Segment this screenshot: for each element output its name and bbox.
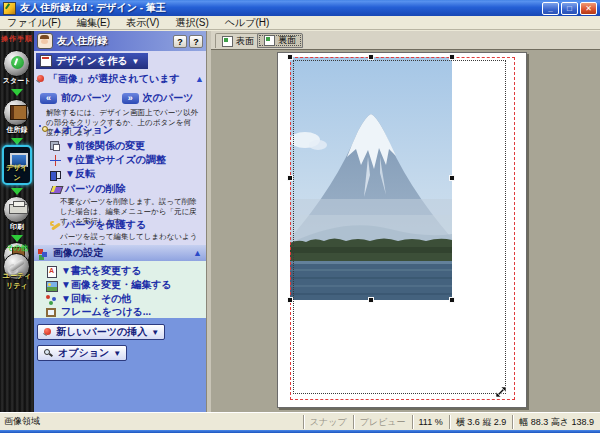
status-bar: 画像領域 スナップ プレビュー 111 % 横 3.6 縦 2.9 幅 88.3… [0, 412, 600, 430]
image-settings-header[interactable]: 画像の設定 ▲ [34, 245, 206, 261]
window-title: 友人住所録.fzd : デザイン - 筆王 [20, 1, 542, 15]
pin-icon [36, 75, 45, 84]
menu-edit[interactable]: 編集(E) [77, 16, 110, 30]
panel-title-bar: 友人住所録 ? ? [34, 31, 206, 51]
pin-icon [43, 328, 52, 337]
link-protect-part[interactable]: パーツを保護する [50, 218, 146, 232]
restore-button[interactable]: □ [561, 2, 578, 15]
image-settings-icon [38, 248, 49, 259]
eraser-icon [50, 184, 61, 195]
status-region: 画像領域 [0, 415, 303, 428]
collapse-triangle-icon[interactable]: ▲ [195, 74, 204, 84]
address-book-icon [10, 105, 27, 120]
stack-order-icon [50, 141, 61, 152]
title-bar: 友人住所録.fzd : デザイン - 筆王 _ □ ✕ [0, 0, 600, 16]
handle-mid-right[interactable] [449, 175, 455, 181]
magnifier-icon [43, 348, 54, 359]
status-snap: スナップ [303, 415, 353, 429]
addressbook-face-icon [37, 33, 53, 49]
options-button[interactable]: オプション ▼ [37, 345, 127, 361]
flip-icon [50, 169, 61, 180]
frame-icon [46, 307, 57, 318]
help-button[interactable]: ? [173, 35, 187, 48]
page-tab-bar: 表面 裏面 [211, 31, 600, 50]
menu-help[interactable]: ヘルプ(H) [225, 16, 270, 30]
picture-icon [46, 280, 57, 291]
back-page-icon [264, 35, 275, 46]
other-label: その他 [0, 243, 34, 253]
front-page-icon [222, 36, 233, 47]
tab-front[interactable]: 表面 [215, 33, 261, 48]
link-position-size[interactable]: ▼位置やサイズの調整 [50, 153, 166, 167]
handle-top-center[interactable] [368, 54, 374, 60]
format-icon [46, 266, 57, 277]
link-change-format[interactable]: ▼書式を変更する [46, 264, 142, 278]
link-add-frame[interactable]: フレームをつける... [46, 305, 151, 319]
rotate-icon [46, 294, 57, 305]
link-rotate-other[interactable]: ▼回転・その他 [46, 292, 131, 306]
addressbook-circle [3, 99, 30, 126]
link-delete-part[interactable]: パーツの削除 [50, 182, 126, 196]
dropdown-triangle-icon: ▼ [131, 57, 139, 66]
insert-part-button[interactable]: 新しいパーツの挿入 ▼ [37, 324, 165, 340]
menu-file[interactable]: ファイル(F) [7, 16, 61, 30]
print-circle [3, 196, 30, 223]
link-order[interactable]: ▼前後関係の変更 [50, 139, 145, 153]
design-menu-button[interactable]: デザインを作る ▼ [36, 53, 148, 69]
link-change-image[interactable]: ▼画像を変更・編集する [46, 278, 172, 292]
prev-part-icon[interactable]: « [40, 93, 57, 104]
panel-bottom-area: 新しいパーツの挿入 ▼ オプション ▼ [34, 318, 206, 412]
tab-back[interactable]: 裏面 [257, 33, 303, 48]
protect-wrench-icon [50, 220, 61, 231]
printer-icon [9, 204, 28, 214]
handle-top-left[interactable] [287, 54, 293, 60]
lamp-icon [39, 125, 49, 135]
move-resize-icon [50, 155, 61, 166]
next-part-icon[interactable]: » [122, 93, 139, 104]
link-flip[interactable]: ▼反転 [50, 167, 95, 181]
steps-label: 操作手順 [0, 34, 34, 44]
design-doc-icon [40, 55, 52, 67]
menu-bar: ファイル(F) 編集(E) 表示(V) 選択(S) ヘルプ(H) [0, 16, 600, 30]
next-part-button[interactable]: 次のパーツ [143, 91, 194, 105]
resize-cursor-icon [494, 385, 508, 399]
step-arrow-icon [11, 138, 23, 145]
start-circle [3, 50, 30, 77]
app-icon [3, 2, 16, 15]
sidebar-item-print[interactable]: 印刷 [2, 196, 32, 232]
steps-sidebar: 操作手順 スタート 住所録 デザイン 印刷 終了 その他 ユーティリティ [0, 31, 34, 412]
prev-part-button[interactable]: 前のパーツ [61, 91, 112, 105]
step-arrow-icon [11, 188, 23, 195]
menu-select[interactable]: 選択(S) [175, 16, 208, 30]
step-arrow-icon [11, 89, 23, 96]
selection-status: 「画像」が選択されています [48, 72, 192, 86]
dropdown-triangle-icon: ▼ [113, 349, 121, 358]
context-help-button[interactable]: ? [189, 35, 203, 48]
handle-bottom-center[interactable] [368, 297, 374, 303]
minimize-button[interactable]: _ [542, 2, 559, 15]
collapse-triangle-icon[interactable]: ▲ [193, 248, 202, 258]
handle-bottom-right[interactable] [449, 297, 455, 303]
dropdown-triangle-icon: ▼ [151, 328, 159, 337]
start-icon [11, 56, 24, 69]
image-settings-section: ▼書式を変更する ▼画像を変更・編集する ▼回転・その他 フレームをつける... [34, 261, 206, 318]
sidebar-item-design[interactable]: デザイン [2, 145, 32, 185]
options-toggle[interactable]: ▲オプション [39, 123, 113, 137]
addressbook-name: 友人住所録 [57, 34, 171, 48]
close-button[interactable]: ✕ [580, 2, 597, 15]
handle-mid-left[interactable] [287, 175, 293, 181]
step-arrow-icon [11, 235, 23, 242]
menu-view[interactable]: 表示(V) [126, 16, 159, 30]
sidebar-item-start[interactable]: スタート [2, 50, 32, 86]
status-size: 幅 88.3 高さ 138.9 [512, 415, 600, 429]
handle-top-right[interactable] [449, 54, 455, 60]
app-window: 友人住所録.fzd : デザイン - 筆王 _ □ ✕ ファイル(F) 編集(E… [0, 0, 600, 433]
sidebar-item-utility[interactable]: ユーティリティ [2, 253, 32, 291]
sidebar-item-addressbook[interactable]: 住所録 [2, 99, 32, 135]
status-preview: プレビュー [353, 415, 412, 429]
selection-status-row: 「画像」が選択されています ▲ [36, 72, 204, 86]
status-zoom: 111 % [412, 415, 449, 429]
parts-navigation: « 前のパーツ » 次のパーツ [40, 91, 206, 105]
image-area-frame[interactable] [293, 60, 506, 394]
handle-bottom-left[interactable] [287, 297, 293, 303]
